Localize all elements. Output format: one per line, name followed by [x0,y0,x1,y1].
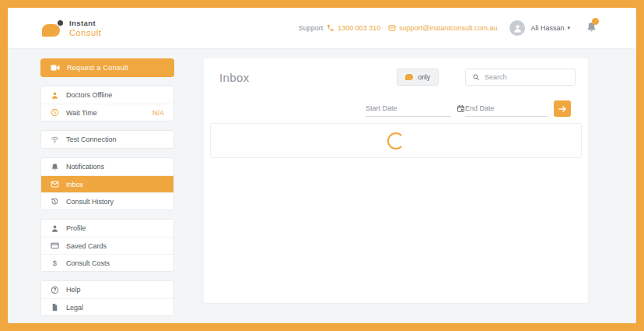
app-frame: Instant Consult’ Support 1300 003 310 su… [0,0,644,331]
clock-icon [51,108,59,117]
document-icon [51,303,59,312]
sidebar-item-label: Inbox [66,181,83,188]
account-card: Profile Saved Cards $ Consult Costs [40,219,174,272]
sidebar-item-profile[interactable]: Profile [41,220,173,237]
support-phone: 1300 003 310 [338,24,380,32]
brand-logo[interactable]: Instant Consult’ [42,19,103,37]
arrow-right-icon [558,104,567,114]
notifications-bell-button[interactable] [586,21,597,35]
instant-consult-logo-icon [42,20,63,37]
person-icon [513,23,523,33]
sidebar-item-inbox[interactable]: Inbox [41,175,173,192]
user-name[interactable]: Ali Hassan [530,24,564,32]
request-consult-button[interactable]: Request a Consult [40,58,174,77]
end-date-field [465,101,548,117]
doctor-icon [51,91,59,100]
sidebar-item-consult-history[interactable]: Consult History [41,192,173,210]
filter-button-label: only [418,73,430,81]
sidebar-item-legal[interactable]: Legal [41,298,173,315]
sidebar-item-saved-cards[interactable]: Saved Cards [41,237,173,254]
sidebar-item-consult-costs[interactable]: $ Consult Costs [41,254,173,271]
info-card: Help Legal [40,280,174,316]
connection-card: Test Connection [40,130,174,149]
notification-badge [592,18,599,25]
end-date-input[interactable] [465,104,556,112]
wifi-icon [51,136,59,144]
wait-time-row: Wait Time N/A [41,104,173,121]
credit-card-icon [51,241,59,250]
sidebar-item-label: Saved Cards [66,242,107,250]
date-filter-row [204,100,588,117]
status-card: Doctors Offline Wait Time N/A [40,86,174,121]
sidebar-item-label: Consult History [66,198,114,206]
brand-line2: Consult’ [69,27,103,37]
sidebar-item-label: Profile [66,224,86,232]
sidebar-item-label: Help [66,286,81,294]
inbox-list-panel [210,123,582,158]
ic-only-filter-button[interactable]: only [397,69,439,86]
brand-text: Instant Consult’ [69,19,103,37]
wait-time-value: N/A [152,109,164,117]
help-icon [51,286,59,294]
sidebar-item-label: Legal [66,304,83,312]
support-phone-link[interactable]: 1300 003 310 [327,24,380,32]
apply-date-filter-button[interactable] [554,100,571,117]
history-icon [51,197,59,206]
support-label: Support [299,24,324,32]
sidebar: Request a Consult Doctors Offline Wait T… [40,58,174,316]
instant-consult-logo-icon [405,74,413,80]
search-box [465,69,576,86]
start-date-input[interactable] [366,104,457,112]
search-input[interactable] [485,73,569,81]
mail-icon [388,24,396,32]
inbox-panel: Inbox only [204,58,588,303]
top-bar: Instant Consult’ Support 1300 003 310 su… [8,8,636,49]
envelope-icon [51,180,59,188]
search-icon [472,73,480,81]
wait-time-label: Wait Time [66,109,97,117]
request-consult-label: Request a Consult [67,64,128,72]
page-title: Inbox [219,71,397,84]
bell-icon [51,163,59,171]
doctors-status-row: Doctors Offline [41,86,173,104]
doctors-status-label: Doctors Offline [66,91,112,99]
video-camera-icon [51,64,60,72]
person-icon [51,224,59,233]
sidebar-item-test-connection[interactable]: Test Connection [41,131,173,148]
loading-spinner [387,132,404,150]
page: Instant Consult’ Support 1300 003 310 su… [8,8,636,323]
sidebar-item-label: Notifications [66,163,104,171]
calendar-icon[interactable] [457,104,465,113]
phone-icon [327,24,334,32]
sidebar-item-label: Test Connection [66,136,117,143]
inbox-header: Inbox only [204,58,588,86]
topbar-right: Support 1300 003 310 support@instantcons… [299,20,597,36]
nav-card: Notifications Inbox Consult History [40,157,174,210]
brand-line1: Instant [69,19,103,27]
user-avatar[interactable] [509,20,525,36]
content-area: Request a Consult Doctors Offline Wait T… [8,49,636,323]
support-email-link[interactable]: support@instantconsult.com.au [388,24,497,32]
sidebar-item-help[interactable]: Help [41,281,173,298]
sidebar-item-notifications[interactable]: Notifications [41,158,173,175]
chevron-down-icon[interactable]: ▾ [567,25,570,31]
support-email: support@instantconsult.com.au [399,24,497,32]
start-date-field [366,101,451,117]
dollar-icon: $ [51,259,59,267]
sidebar-item-label: Consult Costs [66,259,110,267]
